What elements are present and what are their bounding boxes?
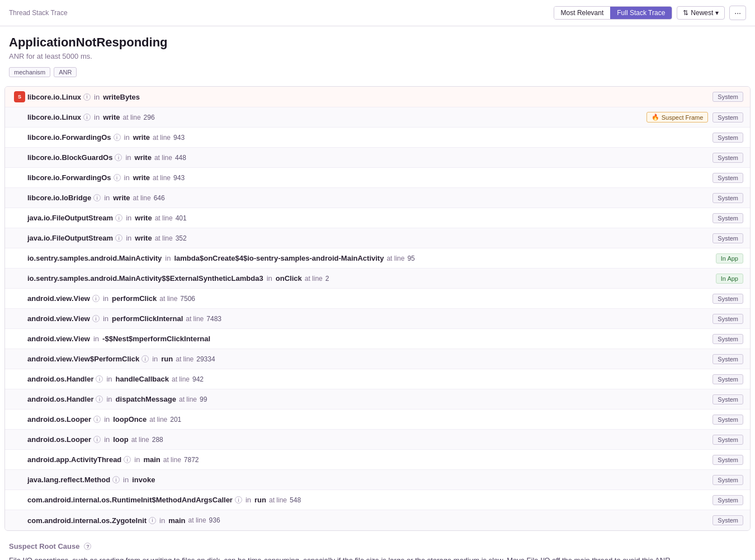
row-badges: System: [712, 374, 743, 384]
at-label: at line: [188, 516, 206, 524]
suspect-root-cause-info-icon[interactable]: ?: [84, 543, 91, 550]
suspect-frame-badge[interactable]: 🔥Suspect Frame: [647, 112, 709, 123]
row-content: libcore.io.ForwardingOsi in write at lin…: [27, 133, 712, 142]
header-bar: Thread Stack Trace Most Relevant Full St…: [0, 0, 755, 26]
frame-info-icon[interactable]: i: [114, 134, 121, 141]
frame-info-icon[interactable]: i: [96, 375, 103, 383]
in-label: in: [123, 476, 129, 484]
frame-info-icon[interactable]: i: [92, 295, 100, 302]
system-badge[interactable]: System: [712, 374, 743, 384]
method-name: write: [135, 214, 152, 222]
line-number: 99: [200, 396, 207, 403]
line-number: 943: [173, 134, 185, 142]
row-content: io.sentry.samples.android.MainActivity i…: [27, 254, 716, 262]
frame-info-icon[interactable]: i: [235, 496, 242, 503]
system-badge[interactable]: System: [712, 213, 743, 223]
frame-info-icon[interactable]: i: [93, 436, 101, 443]
suspect-root-cause-description: File I/O operations, such as reading fro…: [9, 555, 746, 560]
frame-info-icon[interactable]: i: [141, 355, 149, 363]
table-row: libcore.io.Linuxi in write at line 296🔥S…: [5, 107, 750, 128]
system-badge[interactable]: System: [712, 435, 743, 445]
row-content: libcore.io.IoBridgei in write at line 64…: [27, 194, 712, 202]
frame-info-icon[interactable]: i: [96, 396, 103, 403]
line-number: 296: [144, 114, 155, 121]
system-badge[interactable]: System: [712, 133, 743, 143]
in-label: in: [103, 314, 108, 323]
class-name: io.sentry.samples.android.MainActivity$$…: [27, 274, 263, 283]
in-label: in: [106, 375, 112, 383]
tag-anr[interactable]: ANR: [54, 67, 77, 77]
system-badge[interactable]: System: [712, 233, 743, 243]
at-label: at line: [179, 396, 197, 403]
frame-info-icon[interactable]: i: [115, 234, 122, 242]
at-label: at line: [149, 416, 167, 423]
frame-info-icon[interactable]: i: [115, 214, 122, 222]
row-badges: System: [712, 233, 743, 243]
system-badge[interactable]: System: [712, 193, 743, 203]
frame-info-icon[interactable]: i: [124, 456, 131, 463]
frame-info-icon[interactable]: i: [93, 416, 101, 423]
row-content: com.android.internal.os.RuntimeInit$Meth…: [27, 496, 712, 504]
frame-info-icon[interactable]: i: [83, 114, 91, 121]
most-relevant-button[interactable]: Most Relevant: [554, 7, 611, 19]
frame-info-icon[interactable]: i: [112, 476, 120, 483]
system-badge[interactable]: System: [712, 354, 743, 364]
table-row: android.os.Handleri in dispatchMessage a…: [5, 389, 750, 410]
frame-info-icon[interactable]: i: [114, 174, 121, 181]
at-label: at line: [176, 355, 194, 363]
class-name: android.view.View: [27, 314, 90, 323]
table-row: android.os.Looperi in loopOnce at line 2…: [5, 410, 750, 430]
sort-icon: ⇅: [683, 9, 688, 17]
frame-info-icon[interactable]: i: [92, 315, 100, 322]
method-name: write: [135, 153, 152, 162]
tags-row: mechanism ANR: [9, 67, 746, 77]
system-badge[interactable]: System: [712, 475, 743, 485]
system-badge[interactable]: System: [712, 455, 743, 465]
frame-info-icon[interactable]: i: [93, 194, 101, 201]
at-label: at line: [163, 456, 181, 464]
line-number: 942: [192, 375, 204, 383]
suspect-label: Suspect Frame: [662, 114, 704, 121]
system-badge[interactable]: System: [712, 515, 743, 525]
row-badges: System: [712, 133, 743, 143]
row-badges: In App: [716, 253, 743, 263]
in-label: in: [126, 214, 131, 222]
inapp-badge[interactable]: In App: [716, 274, 743, 284]
at-label: at line: [131, 436, 149, 444]
system-badge[interactable]: System: [712, 112, 743, 123]
system-badge[interactable]: System: [712, 153, 743, 163]
frame-info-icon[interactable]: i: [115, 154, 122, 161]
row-content: libcore.io.Linuxi in write at line 296: [27, 113, 647, 121]
line-number: 936: [209, 516, 220, 524]
system-badge[interactable]: System: [712, 92, 743, 102]
row-badges: System: [712, 294, 743, 304]
system-badge[interactable]: System: [712, 334, 743, 344]
row-badges: System: [712, 415, 743, 425]
table-row: android.app.ActivityThreadi in main at l…: [5, 450, 750, 470]
system-badge[interactable]: System: [712, 415, 743, 425]
frame-info-icon[interactable]: i: [149, 517, 156, 524]
system-badge[interactable]: System: [712, 314, 743, 324]
sort-button[interactable]: ⇅ Newest ▾: [677, 6, 725, 20]
frame-info-icon[interactable]: i: [83, 93, 91, 101]
in-label: in: [93, 335, 99, 343]
method-name: run: [161, 355, 173, 363]
class-name: android.os.Looper: [27, 415, 91, 423]
chevron-down-icon: ▾: [715, 9, 719, 17]
system-badge[interactable]: System: [712, 294, 743, 304]
at-label: at line: [133, 194, 151, 202]
tag-mechanism[interactable]: mechanism: [9, 67, 50, 77]
row-content: android.os.Looperi in loop at line 288: [27, 435, 712, 444]
line-number: 352: [176, 234, 187, 242]
method-name: loopOnce: [113, 415, 147, 423]
exception-title: ApplicationNotResponding: [9, 35, 746, 50]
class-name: com.android.internal.os.ZygoteInit: [27, 516, 147, 525]
system-badge[interactable]: System: [712, 495, 743, 505]
inapp-badge[interactable]: In App: [716, 253, 743, 263]
system-badge[interactable]: System: [712, 173, 743, 183]
row-badges: System: [712, 394, 743, 404]
table-row: com.android.internal.os.RuntimeInit$Meth…: [5, 490, 750, 510]
system-badge[interactable]: System: [712, 394, 743, 404]
more-options-button[interactable]: ···: [729, 6, 746, 20]
full-stack-trace-button[interactable]: Full Stack Trace: [610, 7, 672, 19]
